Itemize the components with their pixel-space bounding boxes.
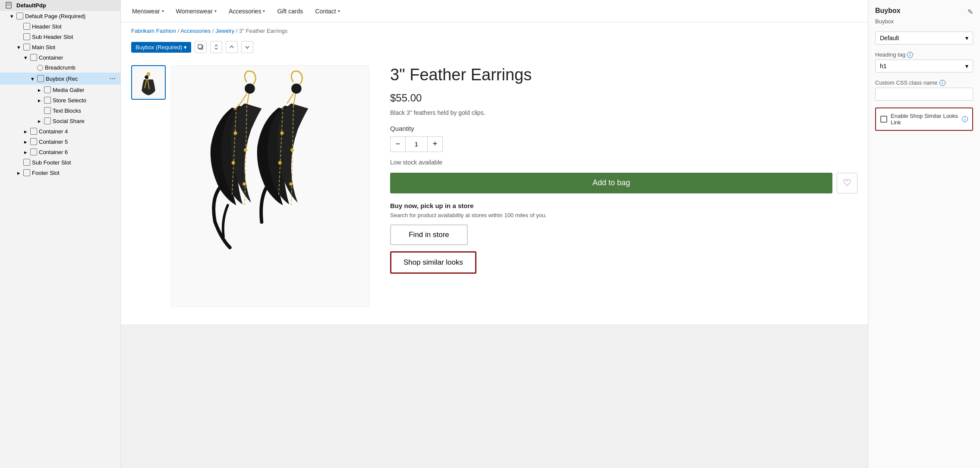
breadcrumb-current: 3" Feather Earrings — [239, 28, 287, 34]
quantity-increase-button[interactable]: + — [427, 136, 443, 152]
breadcrumb: Fabrikam Fashion / Accessories / Jewelry… — [121, 22, 868, 38]
sidebar: DefaultPdp ▾ Default Page (Required) ▸ H… — [0, 0, 121, 468]
sidebar-item-container[interactable]: ▾ Container — [0, 52, 120, 63]
chevron-icon: ▾ — [16, 44, 22, 50]
css-class-text: Custom CSS class name — [875, 79, 938, 86]
stock-message: Low stock available — [390, 159, 857, 166]
heart-icon: ♡ — [843, 177, 851, 189]
sidebar-item-social-share[interactable]: ▸ Social Share — [0, 116, 120, 126]
sidebar-item-main-slot[interactable]: ▾ Main Slot — [0, 42, 120, 52]
sidebar-header[interactable]: DefaultPdp — [0, 0, 120, 11]
nav-label: Gift cards — [277, 8, 303, 15]
main-area: Menswear ▾ Womenswear ▾ Accessories ▾ Gi… — [121, 0, 868, 468]
nav-gift-cards[interactable]: Gift cards — [276, 6, 304, 16]
add-to-bag-button[interactable]: Add to bag — [390, 173, 832, 193]
heading-tag-dropdown[interactable]: h1 ▾ — [875, 60, 973, 73]
sidebar-item-footer-slot[interactable]: ▸ Footer Slot — [0, 168, 120, 178]
move-button[interactable] — [210, 41, 222, 53]
svg-point-17 — [232, 161, 235, 164]
breadcrumb-jewelry[interactable]: Jewelry — [215, 28, 234, 34]
sidebar-item-text-blocks[interactable]: ▸ Text Blocks — [0, 105, 120, 116]
svg-line-21 — [287, 94, 293, 104]
move-down-button[interactable] — [241, 41, 253, 53]
buybox-chevron-icon: ▾ — [184, 44, 187, 51]
thumbnail-list — [131, 65, 166, 307]
square-icon — [23, 159, 30, 166]
quantity-label: Quantity — [390, 125, 857, 132]
enable-shop-similar-row[interactable]: Enable Shop Similar Looks Link i — [875, 108, 973, 131]
enable-shop-info-icon[interactable]: i — [962, 116, 968, 122]
product-thumbnail[interactable] — [131, 65, 166, 100]
tree-label: Container 4 — [39, 128, 68, 135]
sidebar-item-buybox-rec[interactable]: ▾ Buybox (Rec ··· — [0, 73, 120, 85]
dropdown-value: Default — [880, 35, 899, 41]
breadcrumb-fabrikam[interactable]: Fabrikam Fashion — [131, 28, 176, 34]
quantity-decrease-button[interactable]: − — [390, 136, 406, 152]
sidebar-item-sub-footer-slot[interactable]: ▸ Sub Footer Slot — [0, 157, 120, 168]
svg-line-12 — [247, 94, 249, 105]
sidebar-item-container-4[interactable]: ▸ Container 4 — [0, 126, 120, 136]
nav-contact[interactable]: Contact ▾ — [314, 6, 340, 16]
svg-point-25 — [280, 131, 284, 135]
tree-label: Social Share — [53, 118, 85, 124]
dropdown-chevron-icon: ▾ — [965, 35, 968, 41]
sidebar-item-container-6[interactable]: ▸ Container 6 — [0, 147, 120, 157]
nav-label: Contact — [315, 8, 336, 15]
svg-point-27 — [290, 149, 294, 152]
edit-icon[interactable]: ✎ — [967, 8, 973, 16]
tree-label: Default Page (Required) — [25, 13, 85, 19]
sidebar-item-header-slot[interactable]: ▸ Header Slot — [0, 21, 120, 32]
ellipsis-button[interactable]: ··· — [108, 74, 117, 83]
panel-subtitle: Buybox — [875, 18, 973, 25]
tree-label: Sub Footer Slot — [32, 159, 71, 166]
svg-point-5 — [147, 72, 150, 76]
sidebar-item-default-page[interactable]: ▾ Default Page (Required) — [0, 11, 120, 21]
sidebar-item-breadcrumb[interactable]: ▸ Breadcrumb — [0, 63, 120, 73]
find-in-store-button[interactable]: Find in store — [390, 225, 468, 245]
copy-button[interactable] — [195, 41, 207, 53]
sidebar-item-store-selector[interactable]: ▸ Store Selecto — [0, 95, 120, 105]
nav-accessories[interactable]: Accessories ▾ — [228, 6, 266, 16]
svg-rect-4 — [198, 44, 202, 48]
panel-default-dropdown[interactable]: Default ▾ — [875, 32, 973, 44]
css-class-input[interactable] — [875, 88, 973, 101]
dropdown-chevron-icon: ▾ — [965, 63, 968, 70]
enable-shop-checkbox[interactable] — [880, 116, 887, 123]
move-up-button[interactable] — [226, 41, 238, 53]
info-icon[interactable]: i — [939, 80, 945, 86]
chevron-icon: ▸ — [16, 170, 22, 176]
sidebar-item-sub-header-slot[interactable]: ▸ Sub Header Slot — [0, 32, 120, 42]
svg-point-18 — [244, 149, 247, 152]
square-icon — [44, 86, 51, 93]
tree-label: Sub Header Slot — [32, 34, 73, 40]
chevron-icon: ▾ — [22, 54, 28, 60]
tree-label: Header Slot — [32, 23, 62, 30]
tree-label: Container 5 — [39, 139, 68, 145]
breadcrumb-accessories[interactable]: Accessories — [180, 28, 211, 34]
product-description: Black 3" feathers held by gold clips. — [390, 109, 857, 116]
buybox-toolbar: Buybox (Required) ▾ — [121, 38, 868, 57]
nav-womenswear[interactable]: Womenswear ▾ — [175, 6, 217, 16]
tree-label: Text Blocks — [53, 108, 81, 114]
nav-menswear[interactable]: Menswear ▾ — [131, 6, 165, 16]
page-content: Fabrikam Fashion / Accessories / Jewelry… — [121, 22, 868, 468]
info-icon[interactable]: i — [907, 52, 913, 58]
chevron-icon: ▸ — [22, 149, 28, 155]
wishlist-button[interactable]: ♡ — [837, 173, 857, 193]
svg-line-11 — [240, 94, 247, 104]
svg-point-16 — [234, 131, 237, 135]
heading-tag-label: Heading tag i — [875, 51, 973, 58]
sidebar-item-media-gallery[interactable]: ▸ Media Galler — [0, 85, 120, 95]
breadcrumb-sep: / — [236, 28, 239, 34]
doc-icon — [5, 2, 12, 9]
shop-similar-looks-button[interactable]: Shop similar looks — [390, 251, 476, 274]
svg-point-20 — [291, 83, 302, 94]
buybox-required-button[interactable]: Buybox (Required) ▾ — [131, 42, 191, 53]
sidebar-item-container-5[interactable]: ▸ Container 5 — [0, 136, 120, 147]
product-price: $55.00 — [390, 92, 857, 104]
add-bag-row: Add to bag ♡ — [390, 173, 857, 193]
enable-shop-label: Enable Shop Similar Looks Link — [891, 113, 958, 126]
nav-chevron-icon: ▾ — [338, 9, 340, 13]
sidebar-title: DefaultPdp — [16, 2, 46, 9]
square-icon — [16, 13, 23, 19]
